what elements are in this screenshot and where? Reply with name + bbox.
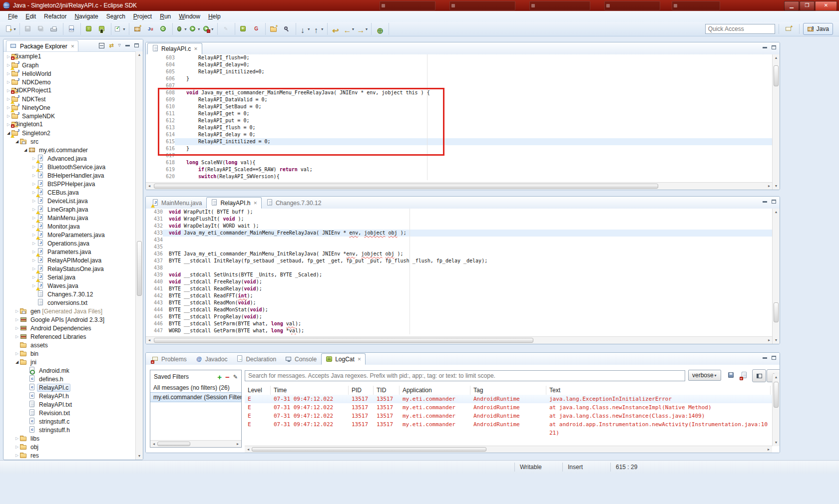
tab-console[interactable]: Console [281, 353, 321, 365]
log-row[interactable]: E07-31 09:47:12.0221351713517my.eti.comm… [245, 420, 772, 437]
tab-logcat[interactable]: LogCat✕ [321, 353, 366, 365]
expand-arrow-icon[interactable]: ▷ [5, 114, 11, 118]
tree-item-relaystatusone-java[interactable]: ▷JRelayStatusOne.java [3, 264, 136, 273]
editor-bottom-vscrollbar[interactable]: ▴▾ [772, 209, 780, 344]
tab-javadoc[interactable]: @Javadoc [191, 353, 232, 365]
tree-item-assets[interactable]: assets [3, 341, 136, 349]
tree-item-res[interactable]: ▷res [3, 451, 136, 460]
tree-item-revision-txt[interactable]: Revision.txt [3, 409, 136, 417]
tab-problems[interactable]: ×Problems [147, 353, 191, 365]
tree-item-relayapi-h[interactable]: cRelayAPI.h [3, 392, 136, 400]
window-minimize-button[interactable]: ▁ [784, 1, 799, 11]
new-java-class-button[interactable]: C [157, 23, 170, 35]
expand-arrow-icon[interactable]: ▷ [31, 173, 37, 178]
menu-refactor[interactable]: Refactor [40, 11, 70, 21]
tree-item-advanced-java[interactable]: ▷JAdvanced.java [3, 154, 136, 163]
expand-arrow-icon[interactable]: ▷ [5, 80, 11, 84]
close-icon[interactable]: ✕ [194, 46, 198, 51]
debug-button[interactable]: ▼ [175, 23, 188, 35]
open-perspective-button[interactable]: ✦ [783, 23, 796, 35]
quick-access-input[interactable] [705, 24, 775, 34]
tree-item-google-apis-android-2-3-3[interactable]: ▷Google APIs [Android 2.3.3] [3, 315, 136, 324]
tab-declaration[interactable]: →Declaration [232, 353, 281, 365]
minimize-view-icon[interactable] [763, 201, 767, 203]
tree-item-obj[interactable]: ▷obj [3, 443, 136, 451]
collapse-arrow-icon[interactable]: ◢ [14, 360, 20, 364]
expand-arrow-icon[interactable]: ▷ [14, 317, 20, 322]
menu-project[interactable]: Project [129, 11, 156, 21]
code-area-relayapi-h[interactable]: 430void WrapPutIt( BYTE buff );431void W… [146, 209, 773, 334]
editor-top-vscrollbar[interactable]: ▴▾ [772, 54, 780, 190]
menu-window[interactable]: Window [175, 11, 204, 21]
tab-mainmenu-java[interactable]: JMainMenu.java [147, 197, 206, 209]
tree-item-ndkproject1[interactable]: ▷J×NDKPRoject1 [3, 86, 136, 95]
tree-item-graph[interactable]: ▷JGraph [3, 61, 136, 69]
tab-relayapi-c[interactable]: RelayAPI.c✕ [147, 43, 202, 54]
android-sdk-manager-button[interactable]: ↓ [83, 23, 96, 35]
minimize-view-icon[interactable] [763, 47, 767, 48]
log-row[interactable]: E07-31 09:47:12.0221351713517my.eti.comm… [245, 395, 772, 403]
expand-arrow-icon[interactable]: ▷ [14, 351, 20, 356]
print-button[interactable] [48, 23, 61, 35]
menu-navigate[interactable]: Navigate [70, 11, 102, 21]
tree-item-example1[interactable]: ▷J×Example1 [3, 52, 136, 61]
tree-item-bthelperhandler-java[interactable]: ▷JBtHelperHandler.java [3, 171, 136, 180]
expand-arrow-icon[interactable]: ▷ [14, 445, 20, 449]
tree-item-android-dependencies[interactable]: ▷Android Dependencies [3, 324, 136, 332]
minimize-view-icon[interactable] [763, 357, 767, 359]
logcat-vscrollbar[interactable]: ▴▾ [772, 374, 780, 446]
scrollbar-thumb[interactable] [252, 447, 486, 452]
tree-item-monitor-java[interactable]: ▷JMonitor.java [3, 222, 136, 231]
tree-item-defines-h[interactable]: cdefines.h [3, 375, 136, 383]
open-type-button[interactable]: ✦ [268, 23, 281, 35]
remove-filter-button[interactable]: − [225, 373, 230, 381]
previous-annotation-button[interactable]: ↑▼ [312, 23, 325, 35]
scrollbar-thumb[interactable] [137, 241, 142, 296]
android-device-manager-button[interactable] [96, 23, 109, 35]
tree-item-singleton2[interactable]: ◢JSingleton2 [3, 129, 136, 137]
external-tools-button[interactable]: ▶▼ [202, 23, 215, 35]
tree-item-relayapi-c[interactable]: cRelayAPI.c [3, 383, 136, 392]
tab-relayapi-h[interactable]: RelayAPI.h✕ [206, 197, 262, 209]
expand-arrow-icon[interactable]: ▷ [5, 71, 11, 76]
new-junit-test-button[interactable]: Ju [144, 23, 157, 35]
scrollbar-thumb[interactable] [774, 302, 779, 322]
logcat-hscrollbar[interactable]: ◂▸ [245, 446, 772, 453]
editor-top-hscrollbar[interactable]: ◂▸ [146, 182, 773, 190]
package-explorer-vscrollbar[interactable]: ▴▾ [135, 51, 143, 460]
chevron-down-icon[interactable]: ▼ [122, 27, 126, 31]
maximize-view-icon[interactable] [772, 356, 776, 360]
close-icon[interactable]: ✕ [358, 357, 362, 362]
tree-item-bluetoothservice-java[interactable]: ▷JBluetoothService.java [3, 163, 136, 171]
collapse-all-button[interactable] [99, 43, 104, 48]
menu-search[interactable]: Search [102, 11, 129, 21]
minimize-view-icon[interactable] [125, 45, 130, 46]
logcat-search-input[interactable] [245, 370, 685, 381]
chevron-down-icon[interactable]: ▼ [184, 27, 187, 31]
java-perspective-button[interactable]: J Java [803, 23, 833, 35]
tree-item-conversions-txt[interactable]: conversions.txt [3, 298, 136, 307]
tree-item-ninetyone[interactable]: ▷JNinetyOne [3, 103, 136, 112]
back-button[interactable]: ←▼ [343, 23, 356, 35]
filter-item-all-messages-no-filters-26[interactable]: All messages (no filters) (26) [150, 383, 241, 392]
toggle-mark-occurrences-button[interactable]: ✎ [220, 23, 233, 35]
tree-item-linegraph-java[interactable]: ▷JLineGraph.java [3, 205, 136, 214]
tree-item-src[interactable]: ◢src [3, 137, 136, 146]
tree-item-moreparameters-java[interactable]: ▷JMoreParameters.java [3, 231, 136, 239]
menu-edit[interactable]: Edit [21, 11, 40, 21]
tree-item-waves-java[interactable]: ▷JWaves.java [3, 281, 136, 290]
log-level-dropdown[interactable]: verbose ▼ [688, 370, 721, 381]
chevron-down-icon[interactable]: ▼ [365, 27, 369, 31]
tree-item-cebus-java[interactable]: ▷JCEBus.java [3, 188, 136, 197]
chevron-down-icon[interactable]: ▼ [197, 27, 201, 31]
tree-item-devicelist-java[interactable]: ▷JDeviceList.java [3, 197, 136, 205]
window-close-button[interactable]: ✕ [815, 1, 837, 11]
tree-item-gen[interactable]: ▷gen [Generated Java Files] [3, 307, 136, 315]
tree-item-ndkdemo[interactable]: ▷JNDKDemo [3, 78, 136, 86]
forward-button[interactable]: →▼ [356, 23, 370, 35]
tree-item-operations-java[interactable]: ▷JOperations.java [3, 239, 136, 248]
tree-item-referenced-libraries[interactable]: ▷Referenced Libraries [3, 332, 136, 341]
edit-filter-button[interactable]: ✎ [233, 374, 238, 380]
window-maximize-button[interactable]: ❐ [800, 1, 815, 11]
tree-item-my-eti-commander[interactable]: ◢my.eti.commander [3, 146, 136, 154]
